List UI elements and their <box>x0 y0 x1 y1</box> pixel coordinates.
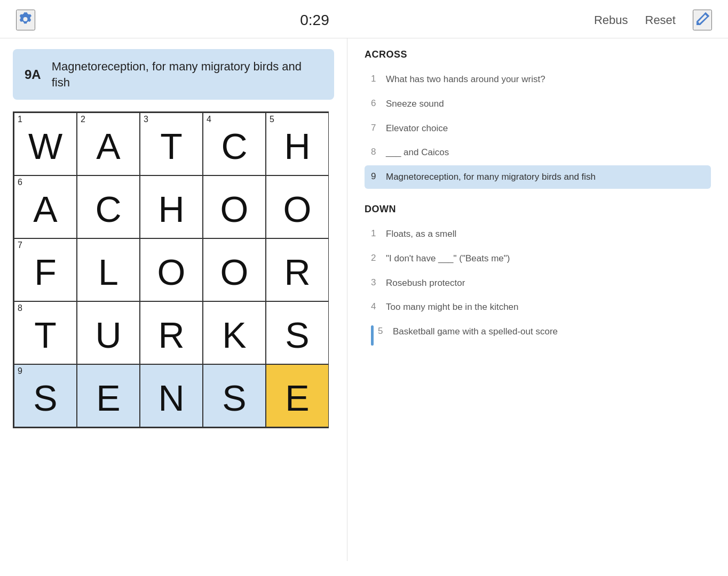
cell-r0-c0[interactable]: 1W <box>14 113 77 175</box>
cell-letter: E <box>285 380 309 416</box>
clue-item-text: Floats, as a smell <box>386 228 456 241</box>
cell-r2-c1[interactable]: L <box>77 238 140 301</box>
across-clue-7[interactable]: 7Elevator choice <box>365 117 711 140</box>
clue-item-number: 2 <box>371 252 386 263</box>
timer: 0:29 <box>300 12 329 29</box>
cell-letter: T <box>160 128 183 164</box>
across-clue-8[interactable]: 8___ and Caicos <box>365 141 711 164</box>
across-clue-9[interactable]: 9Magnetoreception, for many migratory bi… <box>365 165 711 189</box>
cell-letter: K <box>222 317 246 353</box>
clue-item-text: Basketball game with a spelled-out score <box>393 325 558 338</box>
clue-item-number: 5 <box>378 325 393 337</box>
cell-letter: L <box>98 254 118 290</box>
cell-letter: C <box>95 191 121 227</box>
cell-letter: T <box>34 317 57 353</box>
cell-r3-c4[interactable]: S <box>266 301 329 364</box>
top-bar-left <box>16 10 35 30</box>
clue-item-text: What has two hands around your wrist? <box>386 73 545 86</box>
clue-item-number: 9 <box>371 171 386 182</box>
left-panel: 9A Magnetoreception, for many migratory … <box>0 38 347 561</box>
cell-number: 6 <box>18 178 22 187</box>
across-clue-1[interactable]: 1What has two hands around your wrist? <box>365 68 711 91</box>
cell-letter: E <box>96 380 120 416</box>
rebus-button[interactable]: Rebus <box>594 13 628 27</box>
cell-number: 5 <box>270 115 274 124</box>
cell-letter: C <box>221 128 247 164</box>
reset-button[interactable]: Reset <box>645 13 676 27</box>
cell-letter: R <box>284 254 310 290</box>
cell-letter: N <box>158 380 184 416</box>
cell-letter: O <box>220 254 249 290</box>
cell-r4-c3[interactable]: S <box>203 364 266 427</box>
crossword-grid[interactable]: 1W2A3T4C5H6ACHOO7FLOOR8TURKS9SENSE <box>13 111 329 428</box>
clue-item-number: 7 <box>371 122 386 133</box>
cell-number: 9 <box>18 367 22 375</box>
cell-number: 4 <box>207 115 211 124</box>
pencil-button[interactable] <box>693 10 712 30</box>
active-clue-number: 9A <box>25 67 41 82</box>
across-section: ACROSS 1What has two hands around your w… <box>365 49 711 189</box>
cell-letter: S <box>285 317 309 353</box>
cell-r2-c2[interactable]: O <box>140 238 203 301</box>
cell-letter: S <box>33 380 57 416</box>
cell-number: 8 <box>18 304 22 313</box>
cell-r0-c2[interactable]: 3T <box>140 113 203 175</box>
cell-r3-c1[interactable]: U <box>77 301 140 364</box>
cell-r0-c1[interactable]: 2A <box>77 113 140 175</box>
clue-item-number: 1 <box>371 228 386 239</box>
clue-item-text: Rosebush protector <box>386 277 465 290</box>
cell-number: 1 <box>18 115 22 124</box>
cell-r0-c3[interactable]: 4C <box>203 113 266 175</box>
active-clue-text: Magnetoreception, for many migratory bir… <box>52 59 322 90</box>
cell-r3-c2[interactable]: R <box>140 301 203 364</box>
cell-letter: O <box>157 254 186 290</box>
cell-letter: H <box>158 191 184 227</box>
across-title: ACROSS <box>365 49 711 60</box>
cell-letter: O <box>220 191 249 227</box>
down-title: DOWN <box>365 204 711 215</box>
clue-item-number: 8 <box>371 146 386 157</box>
clue-header: 9A Magnetoreception, for many migratory … <box>13 49 334 100</box>
down-clue-4[interactable]: 4Too many might be in the kitchen <box>365 295 711 319</box>
cell-r1-c1[interactable]: C <box>77 175 140 238</box>
clue-item-number: 1 <box>371 73 386 84</box>
cell-r4-c2[interactable]: N <box>140 364 203 427</box>
clue-item-text: ___ and Caicos <box>386 146 449 159</box>
cell-letter: A <box>33 191 57 227</box>
clue-item-text: Sneeze sound <box>386 98 444 110</box>
cell-number: 3 <box>144 115 148 124</box>
cell-letter: U <box>95 317 121 353</box>
cell-letter: W <box>28 128 62 164</box>
cell-r4-c1[interactable]: E <box>77 364 140 427</box>
cell-letter: O <box>283 191 312 227</box>
cell-r2-c3[interactable]: O <box>203 238 266 301</box>
clue-item-number: 3 <box>371 277 386 288</box>
cell-r3-c3[interactable]: K <box>203 301 266 364</box>
cell-letter: H <box>284 128 310 164</box>
cell-letter: R <box>158 317 184 353</box>
down-clue-3[interactable]: 3Rosebush protector <box>365 271 711 295</box>
across-clue-6[interactable]: 6Sneeze sound <box>365 92 711 116</box>
cell-letter: A <box>96 128 120 164</box>
clue-indicator <box>371 325 374 346</box>
settings-button[interactable] <box>16 10 35 30</box>
clue-item-number: 6 <box>371 98 386 109</box>
cell-r1-c2[interactable]: H <box>140 175 203 238</box>
top-bar-right: Rebus Reset <box>594 10 712 30</box>
cell-r1-c4[interactable]: O <box>266 175 329 238</box>
cell-r2-c4[interactable]: R <box>266 238 329 301</box>
down-clue-2[interactable]: 2"I don't have ___" ("Beats me") <box>365 247 711 270</box>
cell-r1-c3[interactable]: O <box>203 175 266 238</box>
cell-r2-c0[interactable]: 7F <box>14 238 77 301</box>
main-content: 9A Magnetoreception, for many migratory … <box>0 38 728 561</box>
cell-r1-c0[interactable]: 6A <box>14 175 77 238</box>
cell-r3-c0[interactable]: 8T <box>14 301 77 364</box>
top-bar: 0:29 Rebus Reset <box>0 0 728 38</box>
down-clue-5[interactable]: 5Basketball game with a spelled-out scor… <box>365 320 711 351</box>
cell-letter: F <box>34 254 57 290</box>
cell-r4-c0[interactable]: 9S <box>14 364 77 427</box>
down-clue-1[interactable]: 1Floats, as a smell <box>365 222 711 246</box>
cell-r4-c4[interactable]: E <box>266 364 329 427</box>
cell-r0-c4[interactable]: 5H <box>266 113 329 175</box>
clue-item-text: Too many might be in the kitchen <box>386 301 519 314</box>
